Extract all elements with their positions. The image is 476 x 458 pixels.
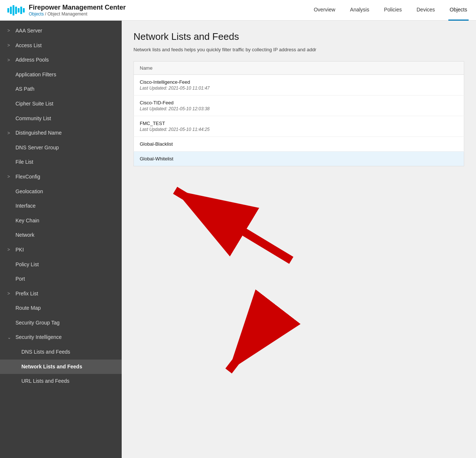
- svg-rect-6: [23, 8, 25, 13]
- sidebar-item-distinguished-name[interactable]: > Distinguished Name: [0, 126, 122, 140]
- chevron-icon: [7, 320, 13, 326]
- sidebar-item-label: FlexConfig: [15, 173, 40, 181]
- row-name: Global-Whitelist: [140, 156, 458, 162]
- sidebar-item-label: Access List: [15, 42, 42, 49]
- table-cell: Cisco-TID-Feed Last Updated: 2021-05-10 …: [134, 96, 464, 116]
- sidebar-item-network-lists-feeds[interactable]: Network Lists and Feeds: [0, 360, 122, 374]
- chevron-icon: [13, 378, 19, 385]
- chevron-icon: [7, 305, 13, 312]
- nav-objects[interactable]: Objects: [448, 0, 469, 21]
- sidebar-item-label: Community List: [15, 115, 51, 122]
- nav-overview[interactable]: Overview: [312, 0, 337, 21]
- page-title: Network Lists and Feeds: [133, 31, 464, 42]
- chevron-icon: [7, 261, 13, 268]
- sidebar-item-url-lists-feeds[interactable]: URL Lists and Feeds: [0, 374, 122, 389]
- chevron-icon: [7, 86, 13, 93]
- chevron-icon: [7, 72, 13, 78]
- table-cell: Global-Whitelist: [134, 152, 464, 166]
- main-content: Network Lists and Feeds Network lists an…: [122, 21, 476, 458]
- sidebar-item-dns-server-group[interactable]: DNS Server Group: [0, 140, 122, 155]
- main-layout: > AAA Server > Access List > Address Poo…: [0, 21, 476, 458]
- nav-analysis[interactable]: Analysis: [348, 0, 371, 21]
- sidebar-item-address-pools[interactable]: > Address Pools: [0, 53, 122, 67]
- sidebar-item-as-path[interactable]: AS Path: [0, 82, 122, 97]
- row-sub: Last Updated: 2021-05-10 11:44:25: [140, 127, 458, 132]
- sidebar-item-community-list[interactable]: Community List: [0, 111, 122, 126]
- chevron-icon: [7, 115, 13, 122]
- breadcrumb-current: Object Management: [48, 11, 87, 17]
- sidebar-item-label: Application Filters: [15, 71, 56, 79]
- table-row-highlighted[interactable]: Global-Whitelist: [134, 152, 464, 166]
- chevron-icon: >: [7, 247, 13, 253]
- row-name: Global-Blacklist: [140, 141, 458, 147]
- cisco-logo: [7, 4, 25, 16]
- sidebar-item-label: DNS Server Group: [15, 144, 59, 152]
- sidebar-item-policy-list[interactable]: Policy List: [0, 257, 122, 272]
- chevron-icon: [7, 203, 13, 209]
- chevron-icon: [7, 145, 13, 151]
- sidebar-item-dns-lists-feeds[interactable]: DNS Lists and Feeds: [0, 345, 122, 360]
- sidebar: > AAA Server > Access List > Address Poo…: [0, 21, 122, 458]
- table-row[interactable]: Global-Blacklist: [134, 137, 464, 152]
- nav-policies[interactable]: Policies: [382, 0, 403, 21]
- sidebar-item-application-filters[interactable]: Application Filters: [0, 67, 122, 82]
- chevron-icon: [13, 364, 19, 370]
- sidebar-item-network[interactable]: Network: [0, 228, 122, 243]
- sidebar-item-label: Distinguished Name: [15, 129, 62, 137]
- chevron-icon: [13, 349, 19, 355]
- sidebar-item-route-map[interactable]: Route Map: [0, 301, 122, 316]
- chevron-icon: >: [7, 291, 13, 297]
- sidebar-item-label: Key Chain: [15, 217, 39, 225]
- sidebar-item-label: Network: [15, 232, 34, 239]
- sidebar-item-geolocation[interactable]: Geolocation: [0, 184, 122, 199]
- chevron-icon: [7, 159, 13, 166]
- svg-rect-2: [13, 5, 14, 15]
- sidebar-item-interface[interactable]: Interface: [0, 199, 122, 214]
- sidebar-item-label: AS Path: [15, 86, 34, 93]
- sidebar-item-prefix-list[interactable]: > Prefix List: [0, 287, 122, 301]
- svg-line-10: [229, 323, 265, 371]
- sidebar-item-label: Security Intelligence: [15, 334, 62, 341]
- table-row[interactable]: Cisco-Intelligence-Feed Last Updated: 20…: [134, 75, 464, 96]
- chevron-icon: >: [7, 28, 13, 34]
- sidebar-item-pki[interactable]: > PKI: [0, 243, 122, 257]
- logo-area: Firepower Management Center Objects / Ob…: [7, 4, 126, 17]
- breadcrumb: Objects / Object Management: [29, 11, 126, 17]
- sidebar-item-label: PKI: [15, 246, 24, 254]
- table-row[interactable]: FMC_TEST Last Updated: 2021-05-10 11:44:…: [134, 116, 464, 137]
- chevron-icon: [7, 232, 13, 239]
- row-name: FMC_TEST: [140, 121, 458, 126]
- sidebar-item-access-list[interactable]: > Access List: [0, 38, 122, 53]
- sidebar-item-label: Security Group Tag: [15, 319, 60, 327]
- sidebar-item-label: Interface: [15, 202, 35, 210]
- table-row[interactable]: Cisco-TID-Feed Last Updated: 2021-05-10 …: [134, 96, 464, 116]
- sidebar-item-label: Cipher Suite List: [15, 100, 53, 108]
- sidebar-item-file-list[interactable]: File List: [0, 155, 122, 170]
- svg-rect-5: [20, 7, 22, 14]
- chevron-icon: >: [7, 174, 13, 180]
- sidebar-item-label: Network Lists and Feeds: [21, 363, 82, 371]
- sidebar-item-aaa-server[interactable]: > AAA Server: [0, 24, 122, 38]
- nav-devices[interactable]: Devices: [415, 0, 437, 21]
- breadcrumb-link[interactable]: Objects: [29, 11, 44, 17]
- table-cell: Global-Blacklist: [134, 137, 464, 152]
- sidebar-item-label: Address Pools: [15, 56, 49, 64]
- sidebar-item-label: Prefix List: [15, 290, 38, 298]
- chevron-icon: [7, 188, 13, 195]
- chevron-icon: >: [7, 130, 13, 136]
- sidebar-item-flexconfig[interactable]: > FlexConfig: [0, 170, 122, 184]
- row-sub: Last Updated: 2021-05-10 11:01:47: [140, 86, 458, 91]
- sidebar-item-label: AAA Server: [15, 27, 42, 35]
- chevron-icon: [7, 276, 13, 282]
- chevron-icon: >: [7, 57, 13, 63]
- sidebar-item-port[interactable]: Port: [0, 272, 122, 287]
- svg-rect-1: [10, 7, 12, 14]
- sidebar-item-cipher-suite-list[interactable]: Cipher Suite List: [0, 97, 122, 111]
- app-title: Firepower Management Center: [29, 4, 126, 11]
- sidebar-item-label: Port: [15, 275, 25, 283]
- sidebar-item-key-chain[interactable]: Key Chain: [0, 214, 122, 228]
- svg-rect-3: [15, 7, 17, 14]
- sidebar-item-label: Policy List: [15, 261, 39, 268]
- sidebar-item-security-intelligence[interactable]: ⌄ Security Intelligence: [0, 330, 122, 345]
- sidebar-item-security-group-tag[interactable]: Security Group Tag: [0, 316, 122, 330]
